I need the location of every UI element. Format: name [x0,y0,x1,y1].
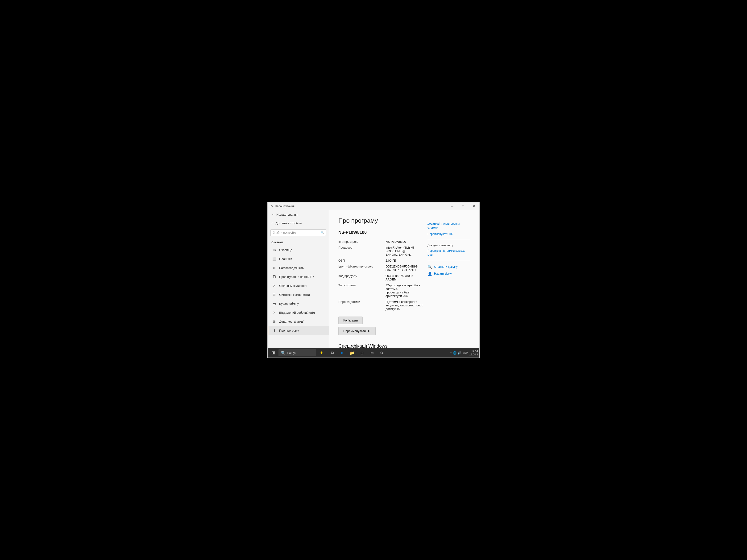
start-button[interactable]: ⊞ [269,349,278,357]
get-help-container: 🔍 Отримати довідку [428,265,470,269]
taskbar-search-icon: 🔍 [281,351,286,355]
store-icon: ⊞ [361,351,364,355]
language-support-link[interactable]: Перевірка підтримки кількох мов [428,249,470,257]
edge-button[interactable]: e [337,349,347,357]
value-ram: 2,00 ГБ [386,259,423,262]
taskbar-search-text: Пошук [287,351,296,355]
explorer-button[interactable]: 📁 [347,349,357,357]
help-section-label: Довідка з Інтернету [428,244,470,247]
label-device-name: Ім'я пристрою [338,240,386,243]
back-icon: ← [272,213,275,216]
value-device-id: DDD2D409-0F05-4B91-8345-9C71B68C774D [386,265,423,272]
sidebar-search-container: 🔍 [271,229,326,236]
mail-button[interactable]: ✉ [367,349,377,357]
task-view-icon: ⧉ [331,351,334,355]
sidebar-back-button[interactable]: ← Налаштування [267,210,329,219]
settings-window: ⚙ Налаштування ─ □ ✕ ← Налаштування ⌂ До… [267,202,480,358]
label-ram: ОЗП [338,259,386,262]
back-label: Налаштування [276,213,298,216]
sidebar-item-remote[interactable]: ✕ Віддалений робочий стіл [267,308,329,317]
info-row-ram: ОЗП 2,00 ГБ [338,258,423,264]
device-info-table: Ім'я пристрою NS-P10W8100 Процесор Intel… [338,239,423,312]
storage-icon: ▭ [272,248,276,252]
label-pen-touch: Перо та дотики [338,300,386,311]
sidebar-item-storage[interactable]: ▭ Сховище [267,245,329,254]
home-icon: ⌂ [272,221,273,225]
sidebar-item-project[interactable]: ⧠ Проектування на цей ПК [267,272,329,281]
windows-section-title: Специфікації Windows [338,343,423,348]
sidebar-item-extra[interactable]: ⊞ Додаткові функції [267,317,329,326]
rename-pc-link[interactable]: Перейменувати ПК [428,232,470,236]
sidebar-item-label: Сховище [279,248,292,252]
cortana-button[interactable]: ✦ [317,349,326,357]
edge-icon: e [341,351,343,355]
start-icon: ⊞ [272,350,275,355]
time-display: 12:54 [469,349,478,353]
tablet-icon: ⬜ [272,257,276,261]
settings-icon: ⚙ [271,205,273,208]
content-layout: Про програму NS-P10W8100 Ім'я пристрою N… [338,217,470,348]
project-icon: ⧠ [272,274,276,279]
mail-icon: ✉ [370,351,374,355]
value-pen-touch: Підтримка сенсорного вводу за допомогою … [386,300,423,311]
minimize-button[interactable]: ─ [447,203,458,210]
info-row-device-name: Ім'я пристрою NS-P10W8100 [338,239,423,245]
title-bar: ⚙ Налаштування ─ □ ✕ [267,203,480,210]
sidebar-item-tablet[interactable]: ⬜ Планшет [267,254,329,263]
sidebar-item-label: Про програму [279,329,299,332]
task-view-button[interactable]: ⧉ [328,349,337,357]
rename-pc-button[interactable]: Перейменувати ПК [338,327,376,335]
page-title: Про програму [338,217,423,224]
about-icon: ℹ [272,328,276,332]
clock[interactable]: 12:54 13.04.2 [469,349,478,356]
main-content: ← Налаштування ⌂ Домашня сторінка 🔍 Сист… [267,210,480,348]
sidebar-item-label: Буфер обміну [279,302,299,305]
accessibility-icon: ✕ [272,284,276,288]
info-row-device-id: Ідентифікатор пристрою DDD2D409-0F05-4B9… [338,264,423,273]
cortana-icon: ✦ [320,350,323,355]
settings-taskbar-button[interactable]: ⚙ [377,349,386,357]
copy-device-button[interactable]: Копіювати [338,317,363,324]
clipboard-icon: ⬒ [272,301,276,306]
sidebar-item-clipboard[interactable]: ⬒ Буфер обміну [267,299,329,308]
links-separator [428,240,470,240]
info-row-pen-touch: Перо та дотики Підтримка сенсорного ввод… [338,299,423,312]
right-panel: Про програму NS-P10W8100 Ім'я пристрою N… [329,210,480,348]
feedback-icon: 👤 [428,271,432,276]
extra-icon: ⊞ [272,319,276,324]
device-name-heading: NS-P10W8100 [338,230,423,235]
feedback-container: 👤 Надати відгук [428,271,470,276]
system-tray: ^ 🌐 🔊 [450,351,461,355]
speaker-icon[interactable]: 🔊 [458,351,461,355]
sidebar-home-item[interactable]: ⌂ Домашня сторінка [267,219,329,228]
sidebar-item-label: Проектування на цей ПК [279,275,314,278]
sidebar-item-multitask[interactable]: ⧉ Багатозадачність [267,263,329,272]
sidebar-item-label: Спільні можливості [279,284,307,288]
get-help-link[interactable]: Отримати довідку [434,265,458,269]
right-links-area: додаткові налаштування системи Переймену… [423,217,470,348]
window-controls: ─ □ ✕ [447,203,480,210]
sidebar-item-accessibility[interactable]: ✕ Спільні можливості [267,281,329,290]
taskbar-pinned-icons: ⧉ e 📁 ⊞ ✉ ⚙ [328,349,386,357]
feedback-link[interactable]: Надати відгук [434,272,452,276]
links-separator2 [428,261,470,261]
explorer-icon: 📁 [350,351,354,355]
label-product-code: Код продукту [338,274,386,281]
sidebar-item-components[interactable]: ⊞ Системні компоненти [267,290,329,299]
title-bar-left: ⚙ Налаштування [271,205,294,208]
sidebar-item-about[interactable]: ℹ Про програму [267,326,329,335]
system-settings-link[interactable]: додаткові налаштування системи [428,222,470,230]
close-button[interactable]: ✕ [468,203,480,210]
sidebar-section-label: Система [267,238,329,245]
value-system-type: 32-розрядна операційна система,процесор … [386,284,423,298]
language-indicator[interactable]: УКР [463,351,468,354]
chevron-icon[interactable]: ^ [450,351,452,355]
home-label: Домашня сторінка [276,221,302,225]
store-button[interactable]: ⊞ [357,349,367,357]
network-icon[interactable]: 🌐 [453,351,457,355]
maximize-button[interactable]: □ [458,203,468,210]
taskbar-search-box[interactable]: 🔍 Пошук [279,349,316,356]
label-processor: Процесор [338,246,386,257]
search-input[interactable] [271,229,326,236]
value-processor: Intel(R) Atom(TM) x5-Z8350 CPU @1.44GHz … [386,246,423,257]
